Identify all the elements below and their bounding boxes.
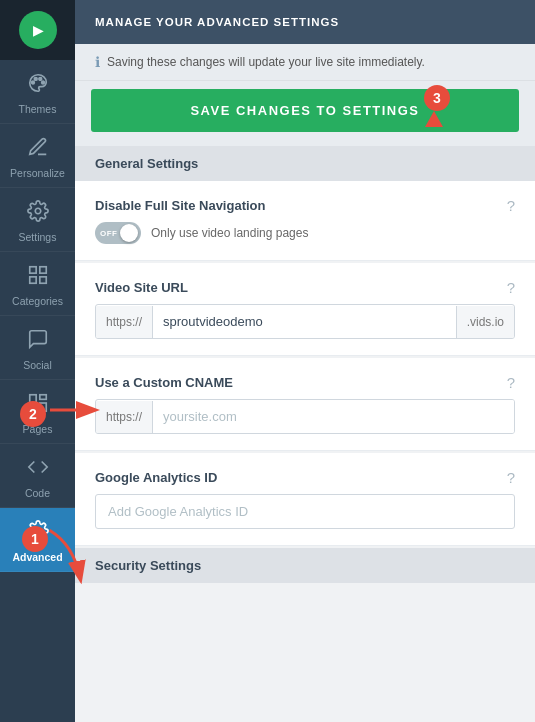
video-url-input[interactable] <box>153 305 456 338</box>
disable-nav-label: Disable Full Site Navigation <box>95 198 265 213</box>
svg-point-13 <box>35 528 41 534</box>
social-label: Social <box>23 359 52 371</box>
general-settings-heading: General Settings <box>75 146 535 181</box>
custom-cname-help-icon[interactable]: ? <box>507 374 515 391</box>
disable-nav-sub: Only use video landing pages <box>151 226 308 240</box>
sidebar-item-advanced[interactable]: Advanced <box>0 508 75 572</box>
social-icon <box>27 328 49 355</box>
svg-point-4 <box>35 208 41 214</box>
sidebar-item-themes[interactable]: Themes <box>0 60 75 124</box>
advanced-label: Advanced <box>12 551 62 563</box>
custom-cname-header: Use a Custom CNAME ? <box>95 374 515 391</box>
ga-input[interactable] <box>95 494 515 529</box>
custom-cname-prefix: https:// <box>96 401 153 433</box>
disable-nav-header: Disable Full Site Navigation ? <box>95 197 515 214</box>
logo-icon <box>19 11 57 49</box>
toggle-off-label: OFF <box>100 229 118 238</box>
svg-point-1 <box>34 78 37 81</box>
disable-nav-toggle[interactable]: OFF <box>95 222 141 244</box>
custom-cname-input[interactable] <box>153 400 514 433</box>
main-content: MANAGE YOUR ADVANCED SETTINGS ℹ Saving t… <box>75 0 535 722</box>
pages-label: Pages <box>23 423 53 435</box>
categories-label: Categories <box>12 295 63 307</box>
ga-help-icon[interactable]: ? <box>507 469 515 486</box>
content-area: ℹ Saving these changes will update your … <box>75 44 535 722</box>
video-url-suffix: .vids.io <box>456 306 514 338</box>
pages-icon <box>27 392 49 419</box>
sidebar-item-personalize[interactable]: Personalize <box>0 124 75 188</box>
disable-nav-toggle-row: OFF Only use video landing pages <box>95 222 515 244</box>
toggle-knob <box>120 224 138 242</box>
svg-rect-9 <box>29 395 35 403</box>
video-url-label: Video Site URL <box>95 280 188 295</box>
svg-rect-12 <box>29 407 35 412</box>
themes-icon <box>27 72 49 99</box>
svg-rect-11 <box>39 403 45 411</box>
svg-point-3 <box>41 81 44 84</box>
ga-label: Google Analytics ID <box>95 470 217 485</box>
ga-header: Google Analytics ID ? <box>95 469 515 486</box>
code-icon <box>27 456 49 483</box>
svg-rect-10 <box>39 395 45 400</box>
video-url-prefix: https:// <box>96 306 153 338</box>
disable-nav-help-icon[interactable]: ? <box>507 197 515 214</box>
notice-bar: ℹ Saving these changes will update your … <box>75 44 535 81</box>
security-settings-heading: Security Settings <box>75 548 535 583</box>
custom-cname-label: Use a Custom CNAME <box>95 375 233 390</box>
sidebar-item-social[interactable]: Social <box>0 316 75 380</box>
svg-rect-5 <box>29 267 35 273</box>
svg-point-2 <box>38 78 41 81</box>
themes-label: Themes <box>19 103 57 115</box>
google-analytics-block: Google Analytics ID ? <box>75 453 535 546</box>
save-button-wrapper: SAVE CHANGES TO SETTINGS 3 <box>75 81 535 146</box>
personalize-icon <box>27 136 49 163</box>
header: MANAGE YOUR ADVANCED SETTINGS <box>75 0 535 44</box>
info-icon: ℹ <box>95 54 100 70</box>
sidebar-item-categories[interactable]: Categories <box>0 252 75 316</box>
sidebar: Themes Personalize Settings <box>0 0 75 722</box>
video-url-help-icon[interactable]: ? <box>507 279 515 296</box>
video-url-header: Video Site URL ? <box>95 279 515 296</box>
svg-rect-8 <box>29 277 35 283</box>
svg-rect-7 <box>39 277 45 283</box>
svg-point-0 <box>31 81 34 84</box>
disable-nav-block: Disable Full Site Navigation ? OFF Only … <box>75 181 535 261</box>
advanced-icon <box>27 520 49 547</box>
video-url-input-group: https:// .vids.io <box>95 304 515 339</box>
sidebar-item-pages[interactable]: Pages <box>0 380 75 444</box>
sidebar-item-settings[interactable]: Settings <box>0 188 75 252</box>
page-title: MANAGE YOUR ADVANCED SETTINGS <box>95 16 339 28</box>
notice-text: Saving these changes will update your li… <box>107 55 425 69</box>
categories-icon <box>27 264 49 291</box>
personalize-label: Personalize <box>10 167 65 179</box>
settings-icon <box>27 200 49 227</box>
svg-rect-6 <box>39 267 45 273</box>
code-label: Code <box>25 487 50 499</box>
sidebar-logo <box>0 0 75 60</box>
custom-cname-input-group: https:// <box>95 399 515 434</box>
settings-label: Settings <box>19 231 57 243</box>
custom-cname-block: Use a Custom CNAME ? https:// <box>75 358 535 451</box>
video-url-block: Video Site URL ? https:// .vids.io <box>75 263 535 356</box>
page-wrapper: Themes Personalize Settings <box>0 0 535 722</box>
sidebar-item-code[interactable]: Code <box>0 444 75 508</box>
save-changes-button[interactable]: SAVE CHANGES TO SETTINGS <box>91 89 519 132</box>
